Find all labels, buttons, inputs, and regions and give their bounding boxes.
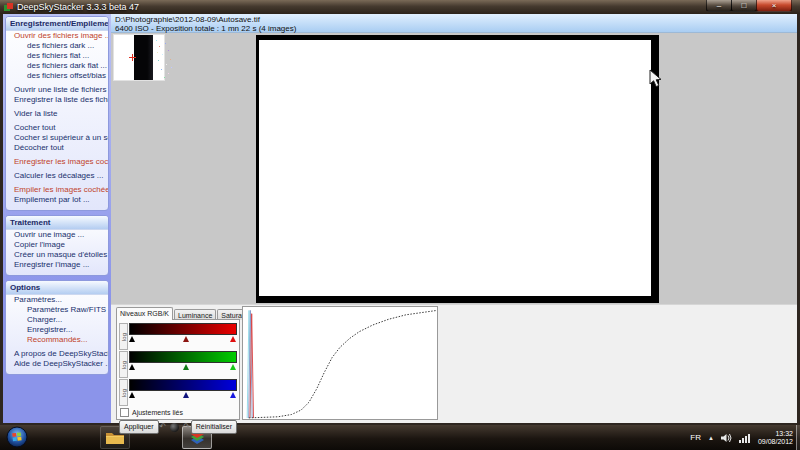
speaker-icon[interactable]	[721, 433, 732, 443]
red-channel-row: log	[119, 323, 237, 350]
blue-highlight-marker[interactable]	[230, 392, 236, 398]
taskbar-clock[interactable]: 13:32 09/08/2012	[758, 430, 793, 446]
sidebar-item-uncheck-all[interactable]: Décocher tout	[6, 143, 108, 153]
window-title: DeepSkyStacker 3.3.3 beta 47	[17, 2, 139, 12]
sidebar-item-raw-fits-settings[interactable]: Paramètres Raw/FITS ...	[6, 305, 108, 315]
section-title: Enregistrement/Empilement	[6, 17, 108, 31]
clock-date: 09/08/2012	[758, 438, 793, 446]
sidebar-item-stack-checked-images[interactable]: Empiler les images cochées ...	[6, 185, 108, 195]
sidebar-item-settings[interactable]: Paramètres...	[6, 295, 108, 305]
apply-button[interactable]: Appliquer	[119, 420, 159, 434]
green-log-scale-toggle[interactable]: log	[119, 351, 128, 378]
green-gradient-bar	[129, 351, 237, 363]
stacked-image-content	[259, 40, 651, 296]
green-highlight-marker[interactable]	[230, 364, 236, 370]
green-channel-row: log	[119, 351, 237, 378]
sidebar-item-save-checked-images[interactable]: Enregistrer les images cochées ...	[6, 157, 108, 167]
linked-settings-checkbox[interactable]	[120, 408, 129, 417]
blue-shadow-marker[interactable]	[129, 392, 135, 398]
close-button[interactable]: ×	[756, 0, 792, 12]
network-icon[interactable]	[739, 433, 751, 443]
sidebar-item-dark-flat-files[interactable]: des fichiers dark flat ...	[6, 61, 108, 71]
sidebar-item-save-picture[interactable]: Enregistrer l'image ...	[6, 260, 108, 270]
histogram-panel	[242, 306, 438, 420]
rgb-levels-page: log log	[116, 319, 240, 420]
sidebar-item-clear-list[interactable]: Vider la liste	[6, 109, 108, 119]
language-indicator[interactable]: FR	[690, 433, 701, 442]
sidebar-item-save-file-list[interactable]: Enregistrer la liste des fichiers ...	[6, 95, 108, 105]
blue-midtone-marker[interactable]	[183, 392, 189, 398]
adjustment-buttons: Appliquer ↶ ↷ Réinitialiser	[119, 420, 237, 434]
image-viewer	[111, 33, 797, 305]
sidebar-item-help[interactable]: Aide de DeepSkyStacker ...	[6, 359, 108, 369]
red-markers	[129, 335, 237, 344]
sidebar-item-flat-files[interactable]: des fichiers flat ...	[6, 51, 108, 61]
sidebar-item-batch-stacking[interactable]: Empilement par lot ...	[6, 195, 108, 205]
sidebar-item-copy-picture[interactable]: Copier l'image	[6, 240, 108, 250]
sidebar-item-open-file-list[interactable]: Ouvrir une liste de fichiers ...	[6, 85, 108, 95]
redo-icon[interactable]: ↷	[183, 423, 190, 431]
sidebar-item-compute-offsets[interactable]: Calculer les décalages ...	[6, 171, 108, 181]
system-tray: FR ▲ 13:32 09/08/2012	[690, 425, 793, 450]
processing-panel: Niveaux RGB/K Luminance Saturation log	[111, 304, 797, 423]
section-processing: Traitement Ouvrir une image ... Copier l…	[5, 215, 109, 276]
maximize-button[interactable]: □	[731, 0, 757, 12]
start-button[interactable]	[6, 426, 28, 448]
blue-level-slider[interactable]	[129, 379, 237, 406]
histogram-svg	[243, 307, 437, 419]
alignment-cross-icon	[132, 54, 133, 61]
sidebar-item-check-all[interactable]: Cocher tout	[6, 123, 108, 133]
tab-rgb-levels[interactable]: Niveaux RGB/K	[116, 307, 173, 320]
green-markers	[129, 363, 237, 372]
red-level-slider[interactable]	[129, 323, 237, 350]
sidebar-item-open-picture[interactable]: Ouvrir une image ...	[6, 230, 108, 240]
sidebar-item-open-picture-files[interactable]: Ouvrir des fichiers image ...	[6, 31, 108, 41]
linked-settings-label: Ajustements liés	[132, 409, 183, 416]
sidebar-item-load-settings[interactable]: Charger...	[6, 315, 108, 325]
sidebar-item-create-star-mask[interactable]: Créer un masque d'étoiles ...	[6, 250, 108, 260]
star-specks	[156, 40, 157, 41]
sidebar-item-dark-files[interactable]: des fichiers dark ...	[6, 41, 108, 51]
sidebar-item-check-above-threshold[interactable]: Cocher si supérieur à un seuil ...	[6, 133, 108, 143]
sidebar-item-save-settings[interactable]: Enregistrer...	[6, 325, 108, 335]
red-highlight-marker[interactable]	[230, 336, 236, 342]
image-thumbnail	[114, 35, 164, 80]
history-icons: ↶ ↷	[159, 423, 189, 432]
image-file-path: D:\Photographie\2012-08-09\Autosave.tif	[115, 15, 797, 24]
reset-button[interactable]: Réinitialiser	[191, 420, 237, 434]
mouse-cursor-icon	[649, 69, 662, 88]
section-title: Options	[6, 281, 108, 295]
linked-settings-row: Ajustements liés	[119, 408, 237, 417]
blue-log-scale-toggle[interactable]: log	[119, 379, 128, 406]
green-shadow-marker[interactable]	[129, 364, 135, 370]
sidebar-item-recommended-settings[interactable]: Recommandés...	[6, 335, 108, 345]
green-level-slider[interactable]	[129, 351, 237, 378]
section-registering-stacking: Enregistrement/Empilement Ouvrir des fic…	[5, 16, 109, 211]
sidebar: Enregistrement/Empilement Ouvrir des fic…	[3, 14, 111, 423]
thumbnail-star-field	[134, 35, 153, 80]
clock-time: 13:32	[758, 430, 793, 438]
red-shadow-marker[interactable]	[129, 336, 135, 342]
window-body: Enregistrement/Empilement Ouvrir des fic…	[3, 14, 797, 423]
section-title: Traitement	[6, 216, 108, 230]
image-exposure-info: 6400 ISO - Exposition totale : 1 mn 22 s…	[115, 24, 797, 33]
undo-icon[interactable]: ↶	[159, 423, 166, 431]
minimize-button[interactable]: –	[706, 0, 732, 12]
sidebar-item-offset-bias-files[interactable]: des fichiers offset/bias ...	[6, 71, 108, 81]
sidebar-item-about[interactable]: A propos de DeepSkyStacker ...	[6, 349, 108, 359]
image-info-bar: D:\Photographie\2012-08-09\Autosave.tif …	[111, 14, 797, 33]
red-midtone-marker[interactable]	[183, 336, 189, 342]
app-icon	[4, 3, 13, 12]
title-bar: DeepSkyStacker 3.3.3 beta 47 – □ ×	[0, 0, 800, 14]
blue-gradient-bar	[129, 379, 237, 391]
adjustment-block: Niveaux RGB/K Luminance Saturation log	[116, 307, 240, 420]
show-desktop-button[interactable]	[796, 425, 800, 450]
stacked-image	[256, 35, 659, 303]
red-log-scale-toggle[interactable]: log	[119, 323, 128, 350]
blue-markers	[129, 391, 237, 400]
window-controls: – □ ×	[707, 0, 792, 12]
red-gradient-bar	[129, 323, 237, 335]
color-wheel-icon[interactable]	[170, 423, 179, 432]
show-hidden-icons-icon[interactable]: ▲	[708, 435, 714, 441]
green-midtone-marker[interactable]	[183, 364, 189, 370]
